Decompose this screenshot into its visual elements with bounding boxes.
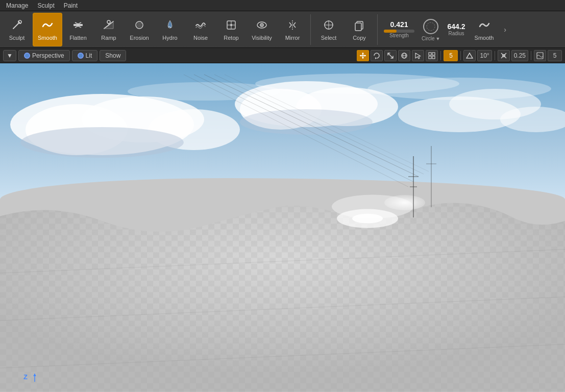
circle-brush-icon <box>422 17 440 36</box>
tool-retop[interactable]: Retop <box>216 13 246 46</box>
vp-globe-btn[interactable] <box>398 50 410 61</box>
smooth-right-icon <box>478 18 491 34</box>
svg-point-52 <box>240 109 373 135</box>
viewport-dropdown[interactable]: ▼ <box>3 50 16 61</box>
svg-point-11 <box>261 24 263 26</box>
tool-ramp[interactable]: Ramp <box>94 13 124 46</box>
vp-scale-btn[interactable] <box>384 50 397 61</box>
svg-marker-35 <box>466 53 473 58</box>
retop-icon <box>225 18 238 34</box>
vp-rotate-btn[interactable] <box>371 50 383 61</box>
svg-point-57 <box>352 214 383 224</box>
strength-section[interactable]: 0.421 Strength <box>381 13 417 46</box>
lit-label: Lit <box>86 52 92 59</box>
vp-snap-val-label: 0.25 <box>514 52 526 59</box>
vp-move-btn[interactable] <box>357 50 369 61</box>
tool-copy[interactable]: Copy <box>345 13 374 46</box>
tool-select-label: Select <box>321 35 337 41</box>
visibility-icon <box>255 18 268 34</box>
menu-sculpt[interactable]: Sculpt <box>33 1 58 10</box>
snap-icon <box>500 52 507 59</box>
move-icon <box>359 52 366 59</box>
tool-copy-label: Copy <box>353 35 366 41</box>
rotate-icon <box>373 52 380 59</box>
hydro-icon <box>163 18 177 34</box>
perspective-dot <box>24 53 30 59</box>
menu-manage[interactable]: Manage <box>2 1 32 10</box>
tool-erosion[interactable]: Erosion <box>125 13 154 46</box>
viewport-bar: ▼ Perspective Lit Show <box>0 48 565 63</box>
vp-snap-val-btn[interactable]: 0.25 <box>511 50 528 61</box>
menu-paint[interactable]: Paint <box>60 1 82 10</box>
vp-count-label: 5 <box>449 52 453 59</box>
triangle-icon <box>466 52 473 59</box>
toolbar-expand[interactable]: › <box>500 13 510 46</box>
viewport[interactable]: Z <box>0 63 565 392</box>
terrain-svg <box>0 178 565 392</box>
svg-point-2 <box>107 20 110 23</box>
circle-dropdown-arrow: ▼ <box>436 36 440 41</box>
perspective-button[interactable]: Perspective <box>18 50 70 61</box>
scale-icon <box>387 52 394 59</box>
tool-select[interactable]: Select <box>314 13 343 46</box>
tool-visibility-label: Visibility <box>252 35 272 41</box>
vp-angle-label: 10° <box>480 52 489 59</box>
tool-sculpt-label: Sculpt <box>9 35 25 41</box>
strength-label: Strength <box>389 33 409 38</box>
show-button[interactable]: Show <box>100 50 126 61</box>
svg-point-18 <box>424 19 438 34</box>
svg-rect-34 <box>432 56 435 59</box>
svg-marker-72 <box>33 374 36 376</box>
vp-count2-label: 5 <box>553 52 557 59</box>
vp-cursor-btn[interactable] <box>412 50 424 61</box>
svg-point-19 <box>427 22 435 31</box>
vp-grid-btn[interactable] <box>426 50 438 61</box>
lit-button[interactable]: Lit <box>72 50 98 61</box>
tool-visibility[interactable]: Visibility <box>247 13 277 46</box>
svg-rect-32 <box>432 53 435 55</box>
radius-section[interactable]: 644.2 Radius <box>444 13 468 46</box>
tool-retop-label: Retop <box>224 35 238 41</box>
vp-sep-2 <box>460 51 461 60</box>
vp-snap-btn[interactable] <box>498 50 510 61</box>
svg-marker-26 <box>375 57 377 59</box>
perspective-label: Perspective <box>32 52 64 59</box>
noise-icon <box>194 18 207 34</box>
svg-rect-37 <box>537 53 543 59</box>
svg-point-49 <box>128 82 281 101</box>
axis-arrow <box>30 373 40 383</box>
toolbar-divider-1 <box>310 14 311 45</box>
tool-ramp-label: Ramp <box>101 35 116 41</box>
vp-triangle-btn[interactable] <box>463 50 476 61</box>
tool-mirror[interactable]: Mirror <box>278 13 307 46</box>
svg-marker-30 <box>415 53 421 59</box>
tool-flatten[interactable]: Flatten <box>63 13 93 46</box>
vp-count2-btn[interactable]: 5 <box>548 50 562 61</box>
smooth-right-label: Smooth <box>475 35 494 41</box>
tool-hydro[interactable]: Hydro <box>155 13 185 46</box>
tool-smooth[interactable]: Smooth <box>33 13 62 46</box>
vp-sep-4 <box>531 51 531 60</box>
circle-section[interactable]: Circle ▼ <box>419 13 443 46</box>
vp-sep-1 <box>440 51 441 60</box>
grid-icon <box>428 52 435 59</box>
svg-rect-17 <box>355 23 361 31</box>
tool-noise-label: Noise <box>193 35 208 41</box>
toolbar: Sculpt Smooth Flatten <box>0 11 565 48</box>
tool-sculpt[interactable]: Sculpt <box>2 13 32 46</box>
svg-point-50 <box>367 78 551 100</box>
vp-count-btn[interactable]: 5 <box>444 50 458 61</box>
ramp-icon <box>102 18 115 34</box>
z-axis-text: Z <box>23 373 28 381</box>
radius-label: Radius <box>448 31 464 36</box>
vp-terrain-btn[interactable] <box>534 50 546 61</box>
svg-marker-24 <box>360 55 361 57</box>
strength-value: 0.421 <box>390 20 408 29</box>
tool-noise[interactable]: Noise <box>186 13 215 46</box>
tool-mirror-label: Mirror <box>285 35 300 41</box>
vp-angle-btn[interactable]: 10° <box>477 50 492 61</box>
tool-flatten-label: Flatten <box>69 35 87 41</box>
tool-smooth-label: Smooth <box>38 35 57 41</box>
tool-smooth-right[interactable]: Smooth <box>470 13 499 46</box>
svg-marker-25 <box>364 55 366 57</box>
